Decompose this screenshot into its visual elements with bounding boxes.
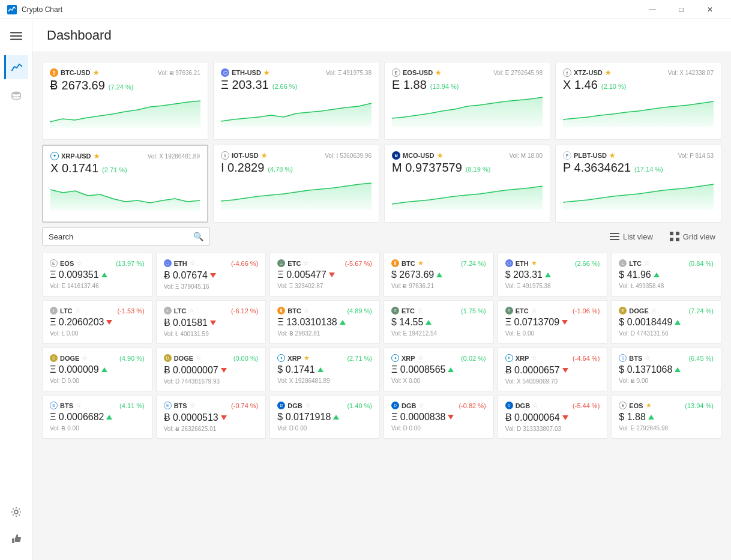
coin-symbol: BTC: [287, 307, 301, 315]
sidebar-item-like[interactable]: [4, 526, 28, 550]
chart-card-iot-usd[interactable]: I IOT-USD ★ Vol: I 5360639.96 I 0.2829 (…: [213, 145, 379, 223]
symbol-text: XRP-USD: [61, 152, 91, 160]
coin-change: (-0.82 %): [459, 402, 486, 409]
coin-card[interactable]: ✦ XRP ☆ (-4.64 %) Ƀ 0.0000657 Vol: X 540…: [498, 348, 608, 391]
coin-symbol: DGB: [516, 402, 530, 409]
coin-price: Ξ 0.0000838: [391, 412, 486, 423]
star-empty-icon: ☆: [82, 354, 88, 362]
coin-card[interactable]: ✦ XRP ☆ (0.02 %) Ξ 0.0008565 Vol: X 0.00: [384, 348, 494, 391]
sidebar-item-settings[interactable]: [4, 500, 28, 524]
coin-vol: Vol: Ƀ 0.00: [619, 378, 714, 384]
list-view-button[interactable]: List view: [604, 228, 659, 245]
coin-card[interactable]: Ð DOGE ☆ (0.00 %) Ƀ 0.0000007 Vol: D 744…: [156, 348, 266, 391]
coin-card[interactable]: B BTS ☆ (6.45 %) $ 0.1371068 Vol: Ƀ 0.00: [611, 348, 721, 391]
star-icon: ★: [94, 152, 100, 160]
star-empty-icon: ☆: [418, 354, 424, 362]
chart-card-mco-usd[interactable]: M MCO-USD ★ Vol: M 18.00 M 0.9737579 (8.…: [384, 145, 550, 223]
svg-rect-8: [610, 233, 619, 234]
coin-vol: Vol: D 4743131.56: [619, 330, 714, 337]
coin-card[interactable]: Ξ ETC ☆ (-5.67 %) Ξ 0.005477 Vol: Ξ 3234…: [269, 253, 380, 297]
coin-vol: Vol: Ƀ 29832.81: [277, 330, 372, 337]
chart-card-plbt-usd[interactable]: P PLBT-USD ★ Vol: P 814.53 P 4.3634621 (…: [555, 145, 721, 223]
coin-card[interactable]: D DGB ☆ (1.40 %) $ 0.0171918 Vol: D 0.00: [269, 395, 380, 439]
close-button[interactable]: ✕: [696, 0, 724, 19]
minimize-button[interactable]: —: [639, 0, 666, 19]
search-icon: 🔍: [193, 232, 203, 241]
sidebar-item-charts[interactable]: [4, 55, 28, 79]
coin-card[interactable]: B BTS ☆ (-0.74 %) Ƀ 0.0000513 Vol: Ƀ 263…: [156, 395, 266, 439]
price-value: Ƀ 0.0000657: [505, 364, 560, 376]
svg-rect-11: [670, 232, 673, 235]
card-price-row: M 0.9737579 (8.19 %): [392, 161, 543, 175]
card-price: X 0.1741: [50, 161, 98, 175]
maximize-button[interactable]: □: [667, 0, 695, 19]
list-view-label: List view: [623, 232, 653, 241]
down-arrow-icon: [106, 320, 112, 325]
coin-grid: E EOS ☆ (13.97 %) Ξ 0.009351 Vol: E 1416…: [42, 253, 721, 439]
view-buttons: List view Grid view: [604, 228, 721, 245]
card-price-row: Ξ 203.31 (2.66 %): [221, 78, 372, 92]
chart-card-eth-usd[interactable]: ⬡ ETH-USD ★ Vol: Ξ 491975.38 Ξ 203.31 (2…: [213, 62, 379, 140]
coin-card[interactable]: Ð DOGE ☆ (4.90 %) Ξ 0.000009 Vol: D 0.00: [42, 348, 152, 391]
chart-card-eos-usd[interactable]: E EOS-USD ★ Vol: E 2792645.98 E 1.88 (13…: [384, 62, 550, 140]
card-header: t XTZ-USD ★ Vol: X 142338.07: [563, 68, 714, 77]
chart-card-xtz-usd[interactable]: t XTZ-USD ★ Vol: X 142338.07 X 1.46 (2.1…: [555, 62, 721, 140]
coin-card-header: Ð DOGE ☆ (7.24 %): [619, 307, 714, 315]
coin-card[interactable]: Ł LTC ☆ (-6.12 %) Ƀ 0.01581 Vol: Ł 40013…: [156, 300, 266, 344]
svg-point-5: [21, 65, 22, 67]
price-value: $ 2673.69: [391, 269, 434, 280]
database-icon: [10, 90, 22, 102]
coin-card[interactable]: D DGB ☆ (-5.44 %) Ƀ 0.0000064 Vol: D 313…: [498, 395, 608, 439]
card-vol: Vol: X 19286481.89: [148, 153, 200, 160]
down-arrow-icon: [562, 415, 568, 420]
coin-card[interactable]: Ł LTC ☆ (0.84 %) $ 41.96 Vol: Ł 499358.4…: [611, 253, 721, 297]
coin-card[interactable]: ✦ XRP ★ (2.71 %) $ 0.1741 Vol: X 1928648…: [269, 348, 380, 391]
coin-card[interactable]: ⬡ ETH ★ (2.66 %) $ 203.31 Vol: Ξ 491975.…: [498, 253, 608, 297]
star-icon: ★: [261, 152, 267, 160]
search-input[interactable]: [49, 232, 193, 241]
coin-vol: Vol: Ƀ 0.00: [50, 425, 145, 432]
up-arrow-icon: [426, 320, 432, 325]
coin-card[interactable]: Ł LTC ☆ (-1.53 %) Ξ 0.2060203 Vol: Ł 0.0…: [42, 300, 152, 344]
coin-symbol: XRP: [516, 355, 529, 362]
chart-card-btc-usd[interactable]: ₿ BTC-USD ★ Vol: Ƀ 97636.21 Ƀ 2673.69 (7…: [42, 62, 208, 140]
up-arrow-icon: [101, 367, 107, 372]
coin-card[interactable]: ⬡ ETH ☆ (-4.66 %) Ƀ 0.07674 Vol: Ξ 37904…: [156, 253, 266, 297]
coin-card[interactable]: Ð DOGE ☆ (7.24 %) $ 0.0018449 Vol: D 474…: [611, 300, 721, 344]
grid-view-button[interactable]: Grid view: [664, 228, 721, 245]
top-chart-cards: ₿ BTC-USD ★ Vol: Ƀ 97636.21 Ƀ 2673.69 (7…: [42, 62, 721, 223]
coin-card[interactable]: D DGB ☆ (-0.82 %) Ξ 0.0000838 Vol: D 0.0…: [384, 395, 494, 439]
sidebar-item-portfolio[interactable]: [4, 84, 28, 108]
coin-price: $ 2673.69: [391, 269, 486, 280]
star-icon: ★: [418, 259, 424, 267]
coin-symbol: LTC: [629, 260, 642, 267]
coin-card[interactable]: ₿ BTC ★ (7.24 %) $ 2673.69 Vol: Ƀ 97636.…: [384, 253, 494, 297]
coin-card[interactable]: E EOS ☆ (13.97 %) Ξ 0.009351 Vol: E 1416…: [42, 253, 152, 297]
coin-card[interactable]: B BTS ☆ (4.11 %) Ξ 0.0006682 Vol: Ƀ 0.00: [42, 395, 152, 439]
down-arrow-icon: [562, 368, 568, 373]
coin-symbol: XRP: [287, 355, 301, 362]
star-empty-icon: ☆: [532, 402, 538, 409]
price-value: Ξ 0.0006682: [50, 412, 104, 423]
card-price-row: E 1.88 (13.94 %): [392, 78, 543, 92]
coin-vol: Vol: Ƀ 26326625.01: [164, 426, 259, 432]
coin-change: (4.90 %): [119, 355, 145, 362]
settings-icon: [10, 506, 22, 518]
coin-price: $ 0.1741: [277, 364, 372, 375]
coin-card-header: Ð DOGE ☆ (4.90 %): [50, 354, 145, 362]
coin-symbol: ETH: [174, 260, 187, 267]
sidebar-item-menu[interactable]: [4, 24, 28, 48]
coin-change: (13.97 %): [116, 260, 145, 267]
coin-card-header: B BTS ☆ (-0.74 %): [164, 402, 259, 409]
symbol-text: EOS-USD: [403, 69, 433, 76]
chart-icon: [11, 61, 23, 73]
coin-card[interactable]: E EOS ★ (13.94 %) $ 1.88 Vol: E 2792645.…: [611, 395, 721, 439]
coin-card[interactable]: ₿ BTC ☆ (4.89 %) Ξ 13.0310138 Vol: Ƀ 298…: [269, 300, 380, 344]
card-header: M MCO-USD ★ Vol: M 18.00: [392, 151, 543, 160]
coin-card[interactable]: Ξ ETC ☆ (1.75 %) $ 14.55 Vol: E 194212.5…: [384, 300, 494, 344]
up-arrow-icon: [106, 415, 112, 420]
svg-rect-14: [676, 238, 679, 241]
chart-card-xrp-usd[interactable]: ✦ XRP-USD ★ Vol: X 19286481.89 X 0.1741 …: [42, 145, 208, 223]
coin-card[interactable]: Ξ ETC ☆ (-1.06 %) Ξ 0.0713709 Vol: E 0.0…: [498, 300, 608, 344]
star-empty-icon: ☆: [76, 259, 82, 267]
